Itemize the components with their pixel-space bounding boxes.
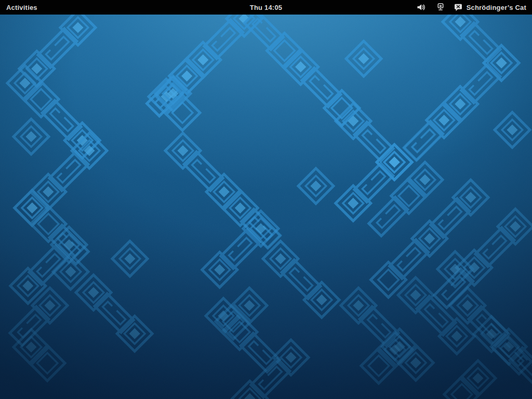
activities-button[interactable]: Activities bbox=[0, 0, 44, 15]
clock-button[interactable]: Thu 14:05 bbox=[245, 0, 287, 15]
chat-status-icon bbox=[454, 4, 462, 11]
top-bar-right: Schrödinger’s Cat bbox=[411, 0, 532, 15]
top-bar-center: Thu 14:05 bbox=[245, 0, 287, 15]
volume-button[interactable] bbox=[411, 0, 431, 15]
wallpaper-pattern bbox=[0, 15, 532, 399]
user-menu-button[interactable]: Schrödinger’s Cat bbox=[450, 0, 527, 15]
top-bar-left: Activities bbox=[0, 0, 44, 15]
volume-icon bbox=[417, 3, 426, 11]
top-bar: Activities Thu 14:05 Schrö bbox=[0, 0, 532, 15]
user-name: Schrödinger’s Cat bbox=[467, 4, 526, 11]
network-button[interactable] bbox=[431, 0, 450, 15]
wired-network-icon bbox=[436, 3, 445, 11]
desktop-wallpaper bbox=[0, 15, 532, 399]
